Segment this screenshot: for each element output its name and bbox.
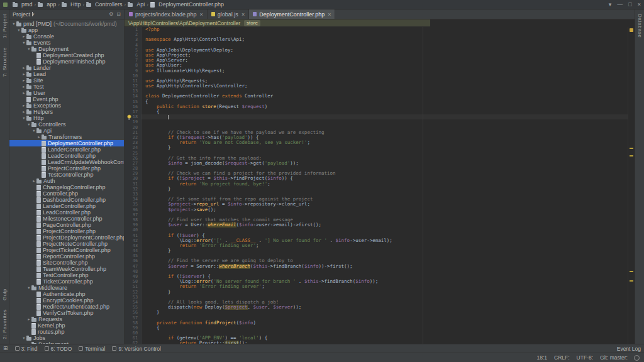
breadcrumb-item[interactable]: pmd [11,1,34,8]
line-number[interactable]: 28 [125,166,142,171]
tree-item[interactable]: ChangelogController.php [9,184,124,190]
code-line[interactable]: 57 [125,315,635,321]
line-number[interactable]: 10 [125,74,142,79]
warning-stripe-mark[interactable] [630,280,633,282]
code-line[interactable]: 23 return 'You are not Codebase, see ya … [125,140,635,145]
line-number[interactable]: 33 [125,192,142,197]
minimize-icon[interactable]: — [617,1,623,8]
line-number[interactable]: 51 [125,284,142,289]
code-line[interactable]: 61 if (getenv('APP_ENV') == 'local') { [125,336,635,341]
tree-item[interactable]: routes.php [9,329,124,335]
line-number[interactable]: 31 [125,182,142,187]
code-line[interactable]: 43 return 'Error finding user'; [125,243,635,248]
code-line[interactable]: 8use App\User; [125,63,635,68]
hide-panel-icon[interactable]: ⊟ [116,11,121,17]
code-line[interactable]: 15{ [125,99,635,104]
tree-item[interactable]: Event.php [9,96,124,102]
tree-arrow-icon[interactable]: ▸ [21,84,26,90]
code-line[interactable]: 36 $project->save(); [125,207,635,212]
code-line[interactable]: 31 return 'No project found, bye!'; [125,182,635,187]
line-number[interactable]: 4 [125,43,142,48]
tree-arrow-icon[interactable]: ▸ [21,65,26,71]
line-number[interactable]: 50 [125,279,142,284]
code-line[interactable]: 35 $project->repo_url = $info->repositor… [125,202,635,207]
code-line[interactable]: 3namespace App\Http\Controllers\Api; [125,37,635,42]
tool-window-button[interactable]: 6: TODO [45,346,72,352]
tool-window-button[interactable]: Gulp [2,284,8,305]
tab-close-icon[interactable]: × [200,11,203,18]
project-panel-header[interactable]: Project ▾ ⚙⊟ [9,9,124,19]
line-number[interactable]: 24 [125,145,142,150]
line-number[interactable]: 41 [125,233,142,238]
tree-item[interactable]: ▸Requests [9,316,124,322]
warning-stripe-mark[interactable] [630,271,633,272]
tree-arrow-icon[interactable]: ▾ [21,115,26,121]
breadcrumb-item[interactable]: Http [60,1,82,8]
code-line[interactable]: 30 if (!$project = $this->findProject($i… [125,176,635,181]
tree-item[interactable]: Authenticate.php [9,291,124,297]
line-number[interactable]: 61 [125,336,142,341]
code-line[interactable]: 46 // Find the server we are going to de… [125,258,635,263]
line-number[interactable]: 19 [125,119,142,124]
inspector-profile-icon[interactable] [634,355,640,361]
line-number[interactable]: 46 [125,258,142,263]
line-number[interactable]: 59 [125,326,142,331]
code-line[interactable]: 32 } [125,187,635,192]
line-number[interactable]: 11 [125,79,142,84]
tree-item[interactable]: SiteController.php [9,260,124,266]
tree-arrow-icon[interactable]: ▾ [26,121,31,128]
tree-item[interactable]: DeploymentFinished.php [9,58,124,65]
line-number[interactable]: 55 [125,305,142,310]
tree-item[interactable]: ▾Jobs [9,335,124,341]
code-line[interactable]: 2 [125,32,635,37]
editor-tab[interactable]: DeploymentController.php× [249,9,335,19]
line-number[interactable]: 2 [125,32,142,37]
line-number[interactable]: 7 [125,58,142,63]
code-line[interactable]: 26 // Get the info from the payload: [125,156,635,161]
code-line[interactable]: 29 // Check we can find a project for th… [125,171,635,176]
line-number[interactable]: 32 [125,187,142,192]
line-number[interactable]: 56 [125,310,142,315]
line-number[interactable]: 29 [125,171,142,176]
line-number[interactable]: 21 [125,130,142,135]
code-line[interactable]: 45 [125,253,635,258]
code-line[interactable]: 42 \Log::error('[' . __CLASS__ . '] No u… [125,238,635,243]
tab-close-icon[interactable]: × [328,11,331,18]
line-number[interactable]: 5 [125,48,142,53]
tree-item[interactable]: MilestoneController.php [9,216,124,222]
code-line[interactable]: 17 { [125,109,635,114]
code-line[interactable]: 37 [125,212,635,217]
tree-item[interactable]: PageController.php [9,222,124,228]
code-line[interactable]: 7use App\Server; [125,58,635,63]
line-number[interactable]: 43 [125,243,142,248]
tree-item[interactable]: DeploymentController.php [9,140,124,146]
line-number[interactable]: 44 [125,248,142,253]
tree-item[interactable]: ProjectController.php [9,228,124,234]
breadcrumb-item[interactable]: Controllers [85,1,124,8]
line-number[interactable]: 22 [125,135,142,140]
line-number[interactable]: 53 [125,295,142,300]
line-number[interactable]: 35 [125,202,142,207]
tool-window-button[interactable]: 7: Structure [2,43,8,81]
line-number[interactable]: 39 [125,222,142,228]
line-number[interactable]: 15 [125,99,142,104]
tree-item[interactable]: ▸Transformers [9,134,124,140]
tree-item[interactable]: ▾Middleware [9,285,124,291]
code-line[interactable]: 27 $info = json_decode($request->get('pa… [125,161,635,166]
code-line[interactable]: 50 \Log::error('No server found for bran… [125,279,635,284]
tool-window-button[interactable]: 2: Favorites [2,305,8,344]
code-line[interactable]: 1<?php [125,27,635,32]
code-line[interactable]: 53 [125,295,635,300]
code-line[interactable]: 19 [125,119,635,124]
tool-window-button[interactable]: 9: Version Control [112,346,161,352]
code-line[interactable]: 11use App\Http\Requests; [125,79,635,84]
line-number[interactable]: 62 [125,341,142,344]
tool-window-button[interactable]: 1: Project [2,9,8,43]
code-line[interactable]: 9use Illuminate\Http\Request; [125,69,635,74]
tool-window-switcher-icon[interactable]: ⊞ [3,346,8,351]
code-line[interactable]: 41 if (!$user) { [125,233,635,238]
line-number[interactable]: 6 [125,53,142,58]
tree-item[interactable]: TestController.php [9,272,124,278]
code-line[interactable]: 38 // Find user that matches the commit … [125,217,635,222]
tree-arrow-icon[interactable]: ▸ [21,71,26,77]
